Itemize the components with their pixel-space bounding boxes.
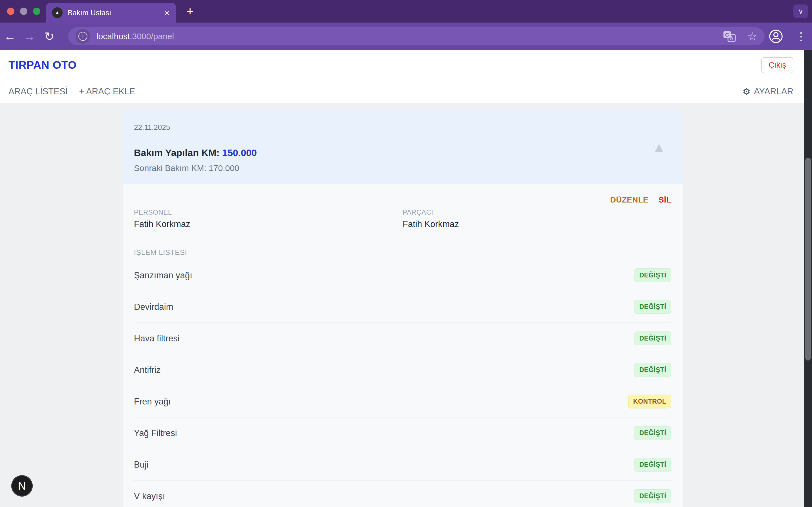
window-minimize-button[interactable] bbox=[20, 8, 28, 15]
maintenance-km: Bakım Yapılan KM: 150.000 bbox=[134, 147, 671, 158]
svg-text:A: A bbox=[730, 36, 733, 41]
url-host: localhost bbox=[96, 32, 130, 41]
operation-row: Şanzıman yağı DEĞİŞTİ bbox=[134, 260, 671, 291]
operation-label: Yağ Filtresi bbox=[134, 428, 177, 438]
operation-row: V kayışı DEĞİŞTİ bbox=[134, 481, 671, 507]
maintenance-date: 22.11.2025 bbox=[134, 123, 671, 138]
operation-status-badge: DEĞİŞTİ bbox=[634, 426, 671, 440]
new-tab-button[interactable]: + bbox=[183, 4, 197, 18]
browser-tab[interactable]: ▲ Bakım Ustası × bbox=[46, 3, 176, 22]
browser-menu-icon[interactable]: ⋮ bbox=[796, 31, 806, 42]
tab-title: Bakım Ustası bbox=[68, 8, 164, 17]
operation-row: Fren yağı KONTROL bbox=[134, 386, 671, 417]
settings-label: AYARLAR bbox=[754, 87, 794, 97]
personnel-label: PERSONEL bbox=[134, 209, 403, 216]
maintenance-card-body: DÜZENLE SİL PERSONEL Fatih Korkmaz PARÇA… bbox=[123, 184, 682, 507]
operation-label: Fren yağı bbox=[134, 397, 171, 407]
brand-logo[interactable]: TIRPAN OTO bbox=[8, 59, 77, 71]
nav-item-arac-listesi[interactable]: ARAÇ LİSTESİ bbox=[8, 87, 68, 97]
operation-label: Antifriz bbox=[134, 365, 161, 375]
window-zoom-button[interactable] bbox=[33, 8, 40, 15]
edit-button[interactable]: DÜZENLE bbox=[610, 195, 649, 205]
back-icon[interactable]: ← bbox=[0, 30, 20, 43]
operation-row: Yağ Filtresi DEĞİŞTİ bbox=[134, 417, 671, 449]
operation-row: Antifriz DEĞİŞTİ bbox=[134, 354, 671, 386]
browser-toolbar: ← → ↻ i localhost:3000/panel G A ☆ bbox=[0, 22, 812, 50]
operation-status-badge: DEĞİŞTİ bbox=[634, 363, 671, 377]
window-close-button[interactable] bbox=[7, 8, 14, 15]
operation-label: V kayışı bbox=[134, 491, 165, 501]
operation-status-badge: DEĞİŞTİ bbox=[634, 332, 671, 345]
operation-row: Buji DEĞİŞTİ bbox=[134, 449, 671, 481]
delete-button[interactable]: SİL bbox=[659, 195, 671, 205]
tab-favicon-icon: ▲ bbox=[52, 7, 63, 18]
scrollbar-thumb[interactable] bbox=[805, 158, 811, 360]
nav-item-ayarlar[interactable]: ⚙ AYARLAR bbox=[742, 86, 794, 97]
bookmark-star-icon[interactable]: ☆ bbox=[747, 31, 757, 42]
operation-list-title: İŞLEM LİSTESİ bbox=[134, 248, 671, 257]
operation-label: Devirdaim bbox=[134, 302, 173, 312]
operation-label: Şanzıman yağı bbox=[134, 270, 192, 281]
profile-icon[interactable] bbox=[769, 29, 783, 44]
page-scrollbar[interactable] bbox=[804, 50, 812, 507]
url-text: localhost:3000/panel bbox=[96, 32, 723, 41]
reload-icon[interactable]: ↻ bbox=[40, 30, 59, 43]
parts-label: PARÇACI bbox=[403, 209, 671, 216]
address-bar[interactable]: i localhost:3000/panel G A ☆ bbox=[68, 27, 765, 45]
logout-button[interactable]: Çıkış bbox=[761, 57, 794, 73]
operation-label: Hava filtresi bbox=[134, 334, 180, 344]
nav-item-arac-ekle[interactable]: + ARAÇ EKLE bbox=[79, 87, 135, 97]
maintenance-card-header: 22.11.2025 Bakım Yapılan KM: 150.000 Son… bbox=[123, 110, 682, 184]
operation-row: Hava filtresi DEĞİŞTİ bbox=[134, 323, 671, 354]
operation-status-badge: KONTROL bbox=[628, 395, 671, 408]
main-content: 22.11.2025 Bakım Yapılan KM: 150.000 Son… bbox=[0, 110, 812, 507]
operation-label: Buji bbox=[134, 460, 149, 470]
operation-status-badge: DEĞİŞTİ bbox=[634, 300, 671, 314]
forward-icon[interactable]: → bbox=[20, 30, 40, 43]
browser-titlebar: ▲ Bakım Ustası × + ∨ bbox=[0, 0, 812, 22]
operation-status-badge: DEĞİŞTİ bbox=[634, 489, 671, 503]
operation-row: Devirdaim DEĞİŞTİ bbox=[134, 291, 671, 323]
personnel-value: Fatih Korkmaz bbox=[134, 219, 403, 229]
collapse-triangle-icon[interactable]: ▲ bbox=[652, 140, 666, 154]
nextjs-dev-badge[interactable]: N bbox=[11, 475, 33, 497]
people-row: PERSONEL Fatih Korkmaz PARÇACI Fatih Kor… bbox=[134, 209, 671, 238]
personnel-block: PERSONEL Fatih Korkmaz bbox=[134, 209, 403, 229]
next-maintenance-km: Sonraki Bakım KM: 170.000 bbox=[134, 163, 671, 173]
operation-status-badge: DEĞİŞTİ bbox=[634, 458, 671, 471]
tab-search-chevron-icon[interactable]: ∨ bbox=[794, 4, 808, 18]
parts-value: Fatih Korkmaz bbox=[403, 219, 671, 229]
translate-icon[interactable]: G A bbox=[723, 30, 736, 43]
site-info-icon[interactable]: i bbox=[75, 29, 90, 44]
window-controls bbox=[7, 8, 40, 15]
operation-list: Şanzıman yağı DEĞİŞTİ Devirdaim DEĞİŞTİ … bbox=[134, 260, 671, 507]
operation-status-badge: DEĞİŞTİ bbox=[634, 269, 671, 282]
parts-block: PARÇACI Fatih Korkmaz bbox=[403, 209, 671, 229]
maintenance-km-value: 150.000 bbox=[222, 147, 257, 158]
tab-close-icon[interactable]: × bbox=[164, 8, 170, 17]
maintenance-card: 22.11.2025 Bakım Yapılan KM: 150.000 Son… bbox=[123, 110, 682, 507]
gear-icon: ⚙ bbox=[742, 86, 751, 97]
url-path: :3000/panel bbox=[130, 32, 174, 41]
site-nav: ARAÇ LİSTESİ + ARAÇ EKLE ⚙ AYARLAR bbox=[0, 80, 812, 103]
site-header: TIRPAN OTO Çıkış bbox=[0, 50, 812, 80]
